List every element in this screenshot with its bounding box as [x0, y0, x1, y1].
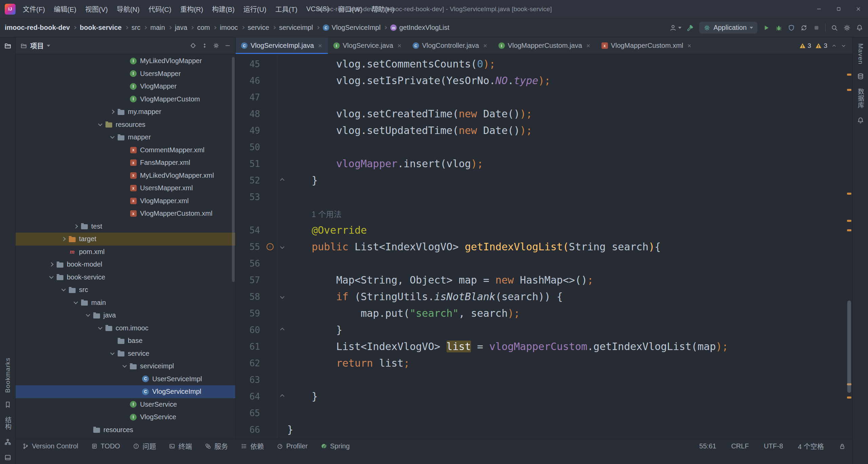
editor-tab[interactable]: VlogService.java: [328, 37, 407, 54]
chevron-down-icon[interactable]: [47, 45, 50, 47]
tree-item[interactable]: MyLikedVlogMapper: [16, 55, 235, 67]
expand-chevron-icon[interactable]: [47, 263, 56, 266]
tree-item[interactable]: VlogServiceImpl: [16, 385, 235, 398]
editor-tab[interactable]: VlogMapperCustom.xml: [596, 37, 697, 54]
expand-chevron-icon[interactable]: [96, 327, 104, 329]
tree-item[interactable]: target: [16, 233, 235, 246]
tree-item[interactable]: com.imooc: [16, 322, 235, 335]
tree-item[interactable]: UserServiceImpl: [16, 373, 235, 386]
tree-item[interactable]: FansMapper.xml: [16, 156, 235, 169]
editor-tab[interactable]: VlogMapperCustom.java: [493, 37, 596, 54]
project-tool-button[interactable]: [4, 42, 12, 50]
expand-chevron-icon[interactable]: [59, 237, 68, 240]
structure-tool-button[interactable]: 结构: [3, 417, 12, 430]
menu-item[interactable]: 构建(B): [208, 2, 239, 16]
bell-icon[interactable]: [857, 117, 864, 124]
tree-item[interactable]: UserService: [16, 398, 235, 411]
fold-marker-icon[interactable]: [280, 294, 284, 299]
expand-chevron-icon[interactable]: [108, 110, 117, 113]
maven-tool-button[interactable]: Maven: [857, 43, 864, 64]
expand-chevron-icon[interactable]: [59, 289, 68, 291]
statusbar-terminal-button[interactable]: 终端: [169, 441, 192, 451]
editor-tab[interactable]: VlogController.java: [407, 37, 493, 54]
breadcrumb-item[interactable]: com: [197, 24, 210, 32]
error-stripe[interactable]: [846, 54, 852, 439]
coverage-button[interactable]: [788, 24, 795, 32]
project-scrollbar[interactable]: [232, 57, 235, 282]
close-icon[interactable]: [483, 43, 488, 48]
debug-button[interactable]: [775, 24, 783, 32]
warning-stripe-mark[interactable]: [847, 220, 851, 222]
menu-item[interactable]: 重构(R): [176, 2, 208, 16]
tree-item[interactable]: test: [16, 220, 235, 233]
tree-item[interactable]: VlogMapperCustom: [16, 93, 235, 106]
warning-stripe-mark[interactable]: [847, 397, 851, 399]
expand-chevron-icon[interactable]: [120, 365, 129, 367]
close-icon[interactable]: [586, 43, 591, 48]
structure-icon[interactable]: [4, 438, 12, 446]
minimize-button[interactable]: [809, 0, 829, 18]
profiler-button[interactable]: [800, 24, 808, 32]
run-button[interactable]: [763, 24, 770, 32]
database-tool-button[interactable]: 数据库: [856, 88, 865, 109]
panel-settings-button[interactable]: [212, 41, 220, 50]
tree-item[interactable]: VlogMapper.xml: [16, 195, 235, 208]
tree-item[interactable]: MyLikedVlogMapper.xml: [16, 169, 235, 182]
tree-item[interactable]: my.mapper: [16, 105, 235, 118]
close-icon[interactable]: [318, 43, 322, 48]
collapse-all-button[interactable]: [200, 41, 209, 50]
user-menu-button[interactable]: [669, 24, 682, 32]
tree-item[interactable]: mapper: [16, 131, 235, 144]
tree-item[interactable]: VlogMapper: [16, 80, 235, 93]
close-icon[interactable]: [687, 43, 692, 48]
expand-chevron-icon[interactable]: [108, 136, 117, 138]
menu-item[interactable]: 窗口(W): [334, 2, 367, 16]
stop-button[interactable]: [813, 24, 820, 32]
tree-item[interactable]: main: [16, 296, 235, 309]
bookmarks-tool-button[interactable]: Bookmarks: [4, 357, 12, 393]
tree-item[interactable]: pom.xml: [16, 246, 235, 258]
fold-marker-icon[interactable]: [280, 394, 284, 399]
layout-icon[interactable]: [4, 454, 12, 461]
tree-item[interactable]: UsersMapper: [16, 67, 235, 80]
status-widget[interactable]: CRLF: [731, 442, 749, 450]
expand-chevron-icon[interactable]: [108, 353, 117, 354]
project-panel-title[interactable]: 项目: [30, 41, 44, 51]
breadcrumb-item[interactable]: java: [175, 24, 188, 32]
tree-item[interactable]: base: [16, 334, 235, 347]
prev-problem-button[interactable]: [831, 43, 837, 49]
expand-chevron-icon[interactable]: [83, 314, 92, 316]
menu-item[interactable]: 编辑(E): [50, 2, 81, 16]
breadcrumb-item[interactable]: getIndexVlogList: [390, 24, 449, 32]
menu-item[interactable]: 工具(T): [271, 2, 302, 16]
warning-stripe-mark[interactable]: [847, 229, 851, 231]
menu-item[interactable]: VCS(S): [302, 3, 334, 15]
expand-chevron-icon[interactable]: [96, 124, 104, 125]
menu-item[interactable]: 文件(F): [18, 2, 50, 16]
warning-stripe-mark[interactable]: [847, 193, 851, 195]
close-icon[interactable]: [397, 43, 402, 48]
statusbar-services-button[interactable]: 服务: [205, 441, 228, 451]
bookmark-icon[interactable]: [4, 401, 12, 408]
tree-item[interactable]: java: [16, 309, 235, 322]
statusbar-deps-button[interactable]: 依赖: [241, 441, 264, 451]
editor-tab[interactable]: VlogServiceImpl.java: [236, 37, 328, 54]
tree-item[interactable]: service: [16, 347, 235, 360]
breadcrumb-item[interactable]: VlogServiceImpl: [323, 24, 381, 32]
tree-item[interactable]: resources: [16, 118, 235, 131]
breadcrumb-item[interactable]: book-service: [80, 24, 121, 32]
editor-scrollbar[interactable]: [847, 301, 851, 393]
settings-button[interactable]: [843, 24, 851, 32]
search-everywhere-button[interactable]: [831, 24, 838, 32]
menu-item[interactable]: 帮助(H): [367, 2, 399, 16]
warning-stripe-mark[interactable]: [847, 74, 851, 76]
warnings-widget[interactable]: 3: [815, 42, 827, 50]
overriding-method-icon[interactable]: ↑: [267, 243, 274, 250]
usages-inlay-hint[interactable]: 1 个用法: [312, 210, 341, 219]
warning-stripe-mark[interactable]: [847, 89, 851, 91]
statusbar-profiler-button[interactable]: Profiler: [277, 442, 308, 450]
database-icon[interactable]: [857, 73, 864, 80]
breadcrumb-item[interactable]: service: [248, 24, 269, 32]
menu-item[interactable]: 视图(V): [81, 2, 112, 16]
tree-item[interactable]: book-model: [16, 258, 235, 271]
